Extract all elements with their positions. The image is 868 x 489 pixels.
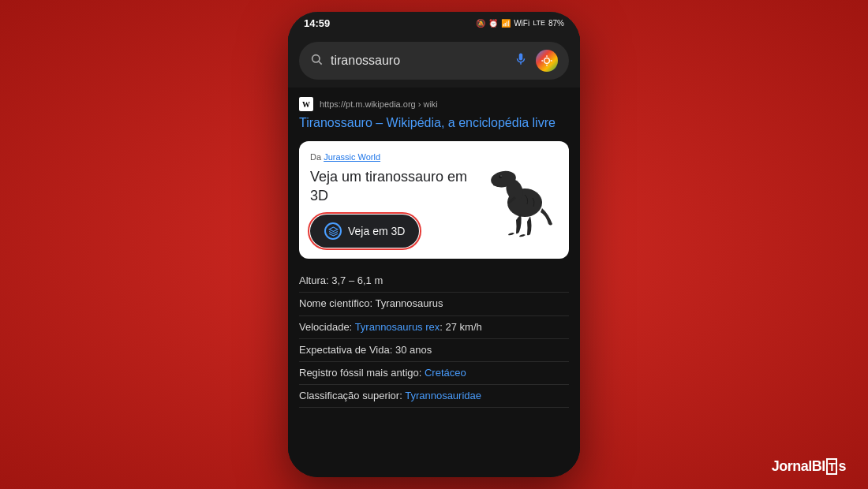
jornalbits-branding: JornalBITs: [772, 458, 846, 475]
tyrannosauridae-link[interactable]: Tyrannosauridae: [405, 390, 481, 401]
card-source: Da Jurassic World: [310, 152, 471, 162]
search-area: tiranossauro: [288, 34, 580, 88]
svg-point-2: [544, 58, 550, 64]
card-title: Veja um tiranossauro em 3D: [310, 168, 471, 205]
trex-image-area: [479, 152, 558, 248]
info-label-velocidade: Velocidade:: [299, 321, 352, 333]
signal-icon: 📶: [501, 19, 511, 28]
info-value-velocidade: : 27 km/h: [440, 321, 481, 333]
voice-search-button[interactable]: [514, 52, 528, 70]
svg-line-1: [319, 62, 322, 65]
info-nome-cientifico: Nome científico: Tyrannosaurus: [299, 293, 569, 315]
search-bar[interactable]: tiranossauro: [299, 42, 569, 80]
info-value-expectativa: 30 anos: [395, 344, 432, 356]
view-3d-button-wrap: Veja em 3D: [310, 215, 419, 248]
info-label-altura: Altura:: [299, 274, 329, 286]
bits-text: BI: [812, 458, 825, 474]
wifi-icon: WiFi: [514, 19, 529, 28]
phone-frame: 14:59 🔕 ⏰ 📶 WiFi LTE 87% tiranossauro: [288, 12, 580, 477]
bits-bracket-left: T: [826, 458, 838, 475]
info-label-fossil: Registro fóssil mais antigo:: [299, 367, 421, 379]
network-icon: LTE: [533, 19, 545, 27]
alarm-icon: ⏰: [488, 19, 498, 28]
tyrannosaurus-rex-link[interactable]: Tyrannosaurus rex: [355, 321, 440, 333]
status-time: 14:59: [304, 17, 330, 29]
svg-point-7: [500, 175, 502, 177]
info-label-expectativa: Expectativa de Vida:: [299, 344, 392, 356]
trex-image: [481, 157, 556, 244]
info-label-classificacao: Classificação superior:: [299, 390, 402, 401]
wiki-title[interactable]: Tiranossauro – Wikipédia, a enciclopédia…: [299, 114, 569, 132]
info-value-nome: Tyrannosaurus: [376, 297, 443, 309]
wiki-url: https://pt.m.wikipedia.org › wiki: [320, 99, 438, 109]
info-classificacao: Classificação superior: Tyrannosauridae: [299, 385, 569, 408]
info-label-nome: Nome científico:: [299, 297, 372, 309]
card-content-left: Da Jurassic World Veja um tiranossauro e…: [310, 152, 471, 248]
info-expectativa: Expectativa de Vida: 30 anos: [299, 339, 569, 362]
info-velocidade: Velocidade: Tyrannosaurus rex: 27 km/h: [299, 316, 569, 339]
button-red-border: [308, 212, 421, 250]
info-altura: Altura: 3,7 – 6,1 m: [299, 270, 569, 293]
jornal-text: Jornal: [772, 458, 812, 474]
status-bar: 14:59 🔕 ⏰ 📶 WiFi LTE 87%: [288, 12, 580, 34]
results-area: W https://pt.m.wikipedia.org › wiki Tira…: [288, 88, 580, 477]
screen: tiranossauro W: [288, 34, 580, 477]
info-value-altura: 3,7 – 6,1 m: [331, 274, 383, 286]
wikipedia-icon: W: [299, 97, 313, 111]
svg-point-0: [312, 55, 320, 62]
bits-s: s: [838, 458, 846, 474]
card-source-prefix: Da: [310, 152, 324, 162]
search-icon: [310, 53, 323, 69]
search-query: tiranossauro: [331, 54, 506, 68]
jurassic-world-link[interactable]: Jurassic World: [324, 152, 380, 162]
wiki-source: W https://pt.m.wikipedia.org › wiki: [299, 97, 569, 111]
battery-level: 87%: [548, 19, 564, 28]
info-list: Altura: 3,7 – 6,1 m Nome científico: Tyr…: [299, 270, 569, 408]
info-registro-fossil: Registro fóssil mais antigo: Cretáceo: [299, 362, 569, 385]
notification-icon: 🔕: [476, 19, 485, 28]
cretaceo-link[interactable]: Cretáceo: [425, 367, 466, 379]
status-icons: 🔕 ⏰ 📶 WiFi LTE 87%: [476, 19, 564, 28]
3d-card: Da Jurassic World Veja um tiranossauro e…: [299, 141, 569, 259]
lens-search-button[interactable]: [536, 50, 558, 72]
